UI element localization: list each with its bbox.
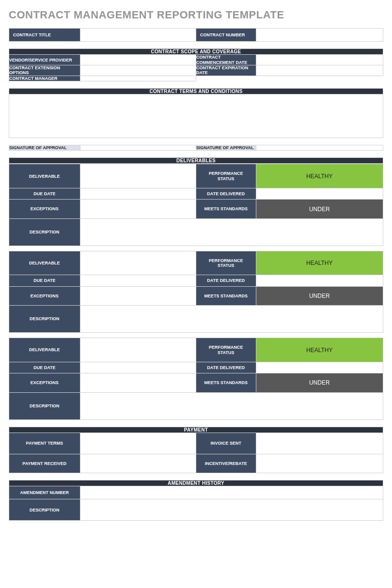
terms-section: CONTRACT TERMS AND CONDITIONS <box>9 88 383 138</box>
exceptions-field[interactable] <box>80 200 196 218</box>
deliverables-section: DELIVERABLES DELIVERABLE PERFORMANCE STA… <box>9 157 383 419</box>
perf-status-value[interactable]: HEALTHY <box>256 164 383 188</box>
commencement-field[interactable] <box>256 55 383 65</box>
payment-header: PAYMENT <box>9 427 383 433</box>
incentive-field[interactable] <box>256 454 383 473</box>
description-label: DESCRIPTION <box>9 392 80 419</box>
exceptions-field[interactable] <box>80 373 196 392</box>
deliverable-label: DELIVERABLE <box>9 251 80 275</box>
payment-section: PAYMENT PAYMENT TERMS INVOICE SENT PAYME… <box>9 427 383 473</box>
date-delivered-field[interactable] <box>256 275 383 286</box>
terms-body-field[interactable] <box>9 94 383 138</box>
perf-status-label: PERFORMANCE STATUS <box>196 338 256 362</box>
description-field[interactable] <box>80 218 383 246</box>
amendment-desc-label: DESCRIPTION <box>9 499 80 521</box>
payment-received-field[interactable] <box>80 454 196 473</box>
exceptions-label: EXCEPTIONS <box>9 200 80 218</box>
due-date-label: DUE DATE <box>9 362 80 373</box>
meets-std-label: MEETS STANDARDS <box>196 286 256 305</box>
invoice-sent-field[interactable] <box>256 433 383 454</box>
perf-status-label: PERFORMANCE STATUS <box>196 164 256 188</box>
deliverable-label: DELIVERABLE <box>9 164 80 188</box>
deliverable-label: DELIVERABLE <box>9 338 80 362</box>
exceptions-field[interactable] <box>80 286 196 305</box>
meets-std-value[interactable]: UNDER <box>256 200 383 218</box>
vendor-field[interactable] <box>80 55 196 65</box>
perf-status-label: PERFORMANCE STATUS <box>196 251 256 275</box>
meets-std-value[interactable]: UNDER <box>256 286 383 305</box>
exceptions-label: EXCEPTIONS <box>9 286 80 305</box>
expiration-label: CONTRACT EXPIRATION DATE <box>196 65 256 76</box>
deliverable-field[interactable] <box>80 164 196 188</box>
date-delivered-label: DATE DELIVERED <box>196 188 256 200</box>
due-date-label: DUE DATE <box>9 188 80 200</box>
meets-std-value[interactable]: UNDER <box>256 373 383 392</box>
date-delivered-field[interactable] <box>256 188 383 200</box>
scope-header: CONTRACT SCOPE AND COVERAGE <box>9 49 383 55</box>
date-delivered-label: DATE DELIVERED <box>196 275 256 286</box>
meets-std-label: MEETS STANDARDS <box>196 200 256 218</box>
meets-std-label: MEETS STANDARDS <box>196 373 256 392</box>
contract-number-field[interactable] <box>256 29 383 42</box>
amendment-header: AMENDMENT HISTORY <box>9 480 383 486</box>
deliverables-header: DELIVERABLES <box>9 158 383 164</box>
contract-title-label: CONTRACT TITLE <box>9 29 80 42</box>
extension-label: CONTRACT EXTENSION OPTIONS <box>9 65 80 76</box>
payment-terms-label: PAYMENT TERMS <box>9 433 80 454</box>
date-delivered-label: DATE DELIVERED <box>196 362 256 373</box>
invoice-sent-label: INVOICE SENT <box>196 433 256 454</box>
top-row-section: CONTRACT TITLE CONTRACT NUMBER <box>9 28 383 42</box>
signature1-field[interactable] <box>80 145 196 151</box>
description-field[interactable] <box>80 392 383 419</box>
signatures-section: SIGNATURE OF APPROVAL SIGNATURE OF APPRO… <box>9 145 383 151</box>
vendor-label: VENDOR/SERVICE PROVIDER <box>9 55 80 65</box>
payment-terms-field[interactable] <box>80 433 196 454</box>
manager-label: CONTRACT MANAGER <box>9 76 80 81</box>
scope-section: CONTRACT SCOPE AND COVERAGE VENDOR/SERVI… <box>9 48 383 81</box>
payment-received-label: PAYMENT RECEIVED <box>9 454 80 473</box>
contract-number-label: CONTRACT NUMBER <box>196 29 256 42</box>
description-field[interactable] <box>80 306 383 333</box>
date-delivered-field[interactable] <box>256 362 383 373</box>
terms-header: CONTRACT TERMS AND CONDITIONS <box>9 89 383 94</box>
contract-title-field[interactable] <box>80 29 196 42</box>
extension-field[interactable] <box>80 65 196 76</box>
signature2-field[interactable] <box>256 145 383 151</box>
incentive-label: INCENTIVE/REBATE <box>196 454 256 473</box>
page-title: CONTRACT MANAGEMENT REPORTING TEMPLATE <box>9 9 383 21</box>
amendment-number-label: AMENDMENT NUMBER <box>9 486 80 499</box>
perf-status-value[interactable]: HEALTHY <box>256 251 383 275</box>
signature2-label: SIGNATURE OF APPROVAL <box>196 145 256 151</box>
perf-status-value[interactable]: HEALTHY <box>256 338 383 362</box>
amendment-section: AMENDMENT HISTORY AMENDMENT NUMBER DESCR… <box>9 480 383 521</box>
deliverable-field[interactable] <box>80 338 196 362</box>
amendment-number-field[interactable] <box>80 486 383 499</box>
deliverable-field[interactable] <box>80 251 196 275</box>
due-date-label: DUE DATE <box>9 275 80 286</box>
commencement-label: CONTRACT COMMENCEMENT DATE <box>196 55 256 65</box>
exceptions-label: EXCEPTIONS <box>9 373 80 392</box>
due-date-field[interactable] <box>80 362 196 373</box>
due-date-field[interactable] <box>80 275 196 286</box>
due-date-field[interactable] <box>80 188 196 200</box>
signature1-label: SIGNATURE OF APPROVAL <box>9 145 80 151</box>
expiration-field[interactable] <box>256 65 383 76</box>
manager-field[interactable] <box>80 76 196 81</box>
description-label: DESCRIPTION <box>9 218 80 246</box>
description-label: DESCRIPTION <box>9 306 80 333</box>
amendment-desc-field[interactable] <box>80 499 383 521</box>
